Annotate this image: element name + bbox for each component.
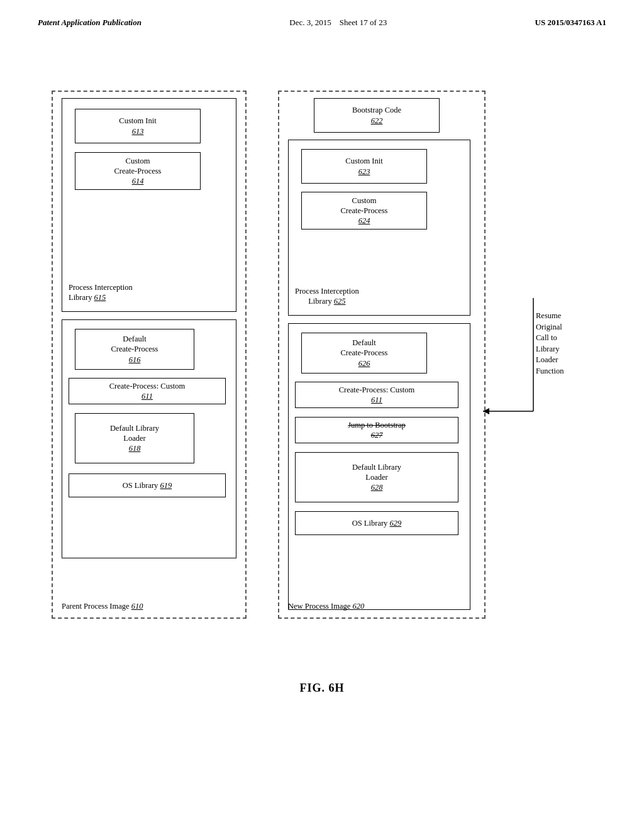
bootstrap-622: Bootstrap Code 622 [314,98,440,133]
header-right: US 2015/0347163 A1 [535,18,606,28]
default-group-left: Default Create-Process 616 Create-Proces… [62,319,236,558]
os-library-629: OS Library 629 [295,511,458,535]
custom-create-614: Custom Create-Process 614 [75,152,201,190]
arrow-svg [483,411,584,537]
parent-process-label: Parent Process Image 610 [62,602,143,611]
default-cp-616: Default Create-Process 616 [75,329,194,370]
default-group-right: Default Create-Process 626 Create-Proces… [288,323,470,610]
custom-init-613: Custom Init 613 [75,109,201,143]
custom-create-624: Custom Create-Process 624 [301,192,427,230]
create-custom-611-right: Create-Process: Custom 611 [295,382,458,408]
default-loader-618: Default Library Loader 618 [75,413,194,463]
arrow-label: ResumeOriginalCall toLibraryLoaderFuncti… [536,311,605,377]
os-library-619: OS Library 619 [69,473,226,497]
default-cp-626: Default Create-Process 626 [301,333,427,374]
pil-615-label: Process InterceptionLibrary 615 [69,282,133,303]
header-center: Dec. 3, 2015 Sheet 17 of 23 [289,18,387,28]
parent-process-box: Custom Init 613 Custom Create-Process 61… [52,91,247,619]
diagram-area: Custom Init 613 Custom Create-Process 61… [52,78,592,675]
new-process-box: Bootstrap Code 622 Custom Init 623 Custo… [278,91,486,619]
page-header: Patent Application Publication Dec. 3, 2… [0,0,644,28]
custom-init-623: Custom Init 623 [301,149,427,184]
pil-group-left: Custom Init 613 Custom Create-Process 61… [62,98,236,312]
header-left: Patent Application Publication [38,18,142,28]
jump-bootstrap-627: Jump to Bootstrap 627 [295,417,458,443]
default-loader-628: Default Library Loader 628 [295,452,458,502]
pil-group-right: Custom Init 623 Custom Create-Process 62… [288,140,470,316]
new-process-label: New Process Image 620 [288,602,364,611]
create-custom-611-left: Create-Process: Custom 611 [69,378,226,404]
figure-caption: FIG. 6H [0,682,644,695]
pil-625-label: Process InterceptionLibrary 625 [295,286,359,307]
